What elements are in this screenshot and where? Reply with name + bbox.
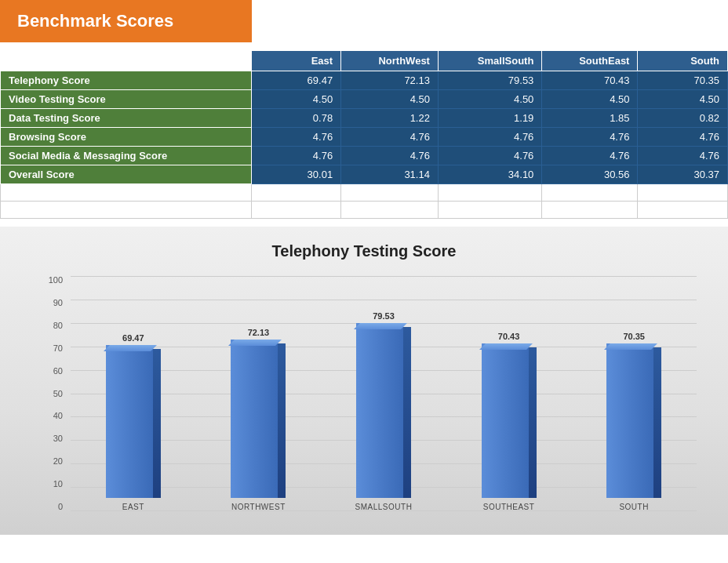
data-cell: 1.22 bbox=[341, 109, 439, 128]
data-cell: 4.76 bbox=[542, 147, 638, 165]
chart-section: Telephony Testing Score 0102030405060708… bbox=[0, 227, 728, 535]
y-axis: 0102030405060708090100 bbox=[31, 276, 67, 511]
data-cell: 70.43 bbox=[542, 71, 638, 90]
bar-right-face bbox=[653, 347, 661, 498]
row-label: Data Testing Score bbox=[1, 109, 252, 128]
bar-front bbox=[106, 345, 153, 498]
data-cell: 4.76 bbox=[251, 147, 341, 165]
data-cell: 79.53 bbox=[438, 71, 541, 90]
data-cell: 4.76 bbox=[638, 128, 728, 147]
col-northwest: NorthWest bbox=[341, 51, 439, 71]
bar-front bbox=[231, 340, 278, 498]
bar-value-label: 69.47 bbox=[122, 333, 144, 343]
data-cell: 4.50 bbox=[638, 90, 728, 109]
empty-cell bbox=[1, 202, 252, 219]
bar-value-label: 79.53 bbox=[373, 311, 395, 321]
bar-value-label: 70.35 bbox=[623, 332, 645, 341]
bar-right-face bbox=[403, 327, 411, 498]
bars-container: 69.47EAST72.13NORTHWEST79.53SMALLSOUTH70… bbox=[71, 276, 697, 511]
data-cell: 4.76 bbox=[438, 147, 541, 165]
header-section: Benchmark Scores bbox=[0, 0, 252, 42]
table-header-row: East NorthWest SmallSouth SouthEast Sout… bbox=[1, 51, 728, 71]
data-cell: 4.76 bbox=[251, 128, 341, 147]
empty-cell bbox=[251, 202, 341, 219]
data-cell: 4.50 bbox=[251, 90, 341, 109]
data-cell: 72.13 bbox=[341, 71, 439, 90]
data-cell: 69.47 bbox=[251, 71, 341, 90]
bar-x-label: EAST bbox=[122, 503, 144, 511]
y-axis-label: 90 bbox=[31, 299, 67, 307]
y-axis-label: 40 bbox=[31, 412, 67, 420]
y-axis-label: 100 bbox=[31, 276, 67, 285]
data-cell: 4.50 bbox=[341, 90, 439, 109]
data-cell: 30.37 bbox=[638, 165, 728, 184]
bar-3d bbox=[606, 343, 661, 498]
chart-area: 0102030405060708090100 69.47EAST72.13NOR… bbox=[31, 276, 697, 511]
empty-cell bbox=[341, 202, 439, 219]
empty-cell bbox=[438, 184, 541, 202]
bar-front bbox=[606, 343, 653, 498]
bar-x-label: SMALLSOUTH bbox=[355, 503, 413, 511]
bar-group: 69.47EAST bbox=[71, 276, 196, 511]
data-cell: 4.76 bbox=[341, 128, 439, 147]
row-label: Overall Score bbox=[1, 165, 252, 184]
bar-right-face bbox=[278, 343, 286, 498]
data-cell: 4.76 bbox=[341, 147, 439, 165]
y-axis-label: 20 bbox=[31, 457, 67, 466]
data-cell: 30.56 bbox=[542, 165, 638, 184]
bar-top-face bbox=[104, 345, 157, 351]
bar-top-face bbox=[604, 343, 657, 350]
data-cell: 4.50 bbox=[438, 90, 541, 109]
empty-cell bbox=[438, 202, 541, 219]
data-cell: 0.82 bbox=[638, 109, 728, 128]
bar-value-label: 70.43 bbox=[498, 332, 520, 341]
bar-front bbox=[356, 323, 403, 498]
bar-top-face bbox=[228, 340, 282, 346]
y-axis-label: 30 bbox=[31, 434, 67, 443]
row-label: Telephony Score bbox=[1, 71, 252, 90]
col-east: East bbox=[251, 51, 341, 71]
bar-group: 79.53SMALLSOUTH bbox=[321, 276, 446, 511]
empty-row bbox=[1, 202, 728, 219]
bar-x-label: NORTHWEST bbox=[231, 503, 286, 511]
benchmark-table: East NorthWest SmallSouth SouthEast Sout… bbox=[0, 50, 728, 219]
data-cell: 4.76 bbox=[638, 147, 728, 165]
data-cell: 4.76 bbox=[438, 128, 541, 147]
table-row: Telephony Score69.4772.1379.5370.4370.35 bbox=[1, 71, 728, 90]
col-smallsouth: SmallSouth bbox=[438, 51, 541, 71]
table-row: Social Media & Messaging Score4.764.764.… bbox=[1, 147, 728, 165]
bar-front bbox=[482, 343, 529, 498]
col-south: South bbox=[638, 51, 728, 71]
bar-x-label: SOUTH bbox=[619, 503, 649, 511]
bar-3d bbox=[106, 345, 161, 498]
row-label: Social Media & Messaging Score bbox=[1, 147, 252, 165]
data-cell: 34.10 bbox=[438, 165, 541, 184]
data-cell: 4.50 bbox=[542, 90, 638, 109]
data-cell: 31.14 bbox=[341, 165, 439, 184]
page-title: Benchmark Scores bbox=[17, 11, 173, 31]
col-southeast: SouthEast bbox=[542, 51, 638, 71]
empty-cell bbox=[341, 184, 439, 202]
bar-right-face bbox=[153, 349, 161, 498]
chart-title: Telephony Testing Score bbox=[31, 242, 697, 260]
data-cell: 1.19 bbox=[438, 109, 541, 128]
table-row: Video Testing Score4.504.504.504.504.50 bbox=[1, 90, 728, 109]
empty-cell bbox=[638, 202, 728, 219]
table-col-empty bbox=[1, 51, 252, 71]
empty-cell bbox=[251, 184, 341, 202]
empty-cell bbox=[638, 184, 728, 202]
empty-row bbox=[1, 184, 728, 202]
data-cell: 30.01 bbox=[251, 165, 341, 184]
chart-grid-bars: 69.47EAST72.13NORTHWEST79.53SMALLSOUTH70… bbox=[71, 276, 697, 511]
y-axis-label: 0 bbox=[31, 503, 67, 511]
data-cell: 1.85 bbox=[542, 109, 638, 128]
bar-3d bbox=[482, 343, 537, 498]
y-axis-label: 70 bbox=[31, 344, 67, 353]
bar-x-label: SOUTHEAST bbox=[483, 503, 535, 511]
y-axis-label: 10 bbox=[31, 480, 67, 489]
bar-3d bbox=[356, 323, 411, 498]
bar-group: 70.35SOUTH bbox=[571, 276, 697, 511]
bar-group: 70.43SOUTHEAST bbox=[446, 276, 572, 511]
row-label: Video Testing Score bbox=[1, 90, 252, 109]
y-axis-label: 80 bbox=[31, 321, 67, 330]
